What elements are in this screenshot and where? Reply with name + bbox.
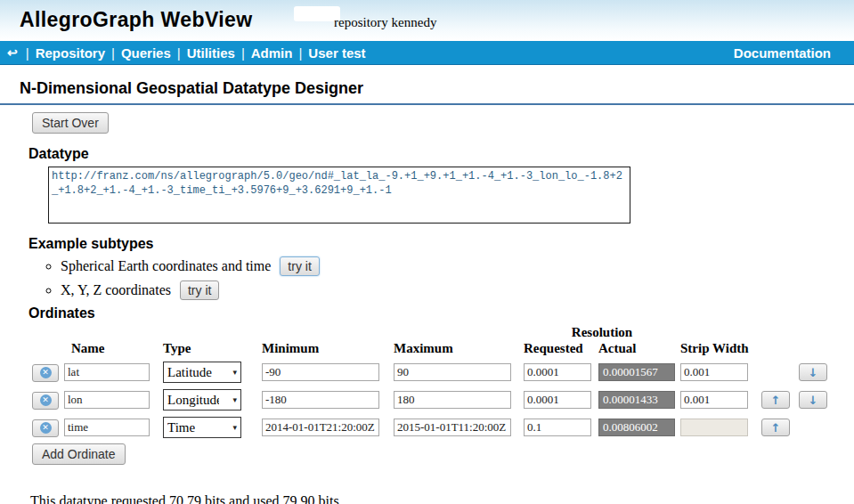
minimum-input[interactable] (262, 419, 379, 436)
nav-separator: | (177, 45, 181, 61)
example-label: X, Y, Z coordinates (61, 282, 171, 297)
list-item: Spherical Earth coordinates and time try… (61, 256, 854, 276)
datatype-uri-textarea[interactable]: http://franz.com/ns/allegrograph/5.0/geo… (48, 167, 630, 224)
delete-ordinate-button[interactable]: ✕ (32, 392, 59, 410)
maximum-input[interactable] (394, 419, 511, 436)
delete-ordinate-button[interactable]: ✕ (32, 419, 59, 437)
strip-width-input[interactable] (680, 391, 748, 409)
nav-item-admin[interactable]: Admin (251, 45, 293, 61)
example-subtypes-list: Spherical Earth coordinates and time try… (0, 256, 854, 300)
nav-separator: | (111, 45, 115, 61)
delete-icon: ✕ (40, 367, 52, 378)
requested-resolution-input[interactable] (524, 391, 591, 409)
type-select-value: Latitude (167, 365, 212, 380)
requested-resolution-input[interactable] (524, 419, 591, 436)
back-icon[interactable]: ↩ (7, 45, 18, 60)
nav-separator: | (26, 45, 29, 61)
repository-label: repository kennedy (334, 15, 436, 30)
name-input[interactable] (64, 363, 150, 381)
type-select[interactable]: Latitude▾ (163, 362, 241, 383)
nav-item-repository[interactable]: Repository (36, 45, 105, 61)
nav-item-utilities[interactable]: Utilities (187, 45, 235, 61)
column-header-resolution: Resolution (524, 325, 680, 341)
column-header-strip-width: Strip Width (680, 341, 761, 359)
ordinates-table: Resolution Name Type Minimum Maximum Req… (32, 325, 831, 442)
table-row: Resolution (32, 325, 831, 341)
nav-separator: | (241, 45, 245, 61)
arrow-up-icon: ↑ (771, 394, 781, 407)
try-it-button-xyz[interactable]: try it (180, 280, 219, 300)
delete-icon: ✕ (40, 422, 52, 434)
list-item: X, Y, Z coordinates try it (61, 280, 854, 300)
chevron-down-icon: ▾ (232, 368, 237, 377)
example-subtypes-heading: Example subtypes (28, 236, 854, 252)
page-title: N-Dimensional Geospatial Datatype Design… (20, 79, 854, 98)
chevron-down-icon: ▾ (232, 423, 237, 432)
ordinate-row-time: ✕ Time▾ 0.00806002 ↑ (32, 414, 831, 442)
strip-width-input-disabled (680, 419, 748, 436)
type-select[interactable]: Longitude▾ (163, 389, 241, 411)
app-header: AllegroGraph WebView repository kennedy (0, 0, 854, 41)
main-nav: ↩ | Repository | Queries | Utilities | A… (0, 41, 854, 65)
column-header-type: Type (163, 341, 262, 359)
column-header-actual: Actual (598, 341, 680, 359)
ordinate-row-lon: ✕ Longitude▾ 0.00001433 ↑ ↓ (32, 386, 831, 414)
column-header-minimum: Minimum (262, 341, 394, 359)
ordinates-heading: Ordinates (28, 305, 854, 321)
arrow-down-icon: ↓ (809, 394, 818, 407)
maximum-input[interactable] (394, 391, 511, 409)
column-header-maximum: Maximum (394, 341, 524, 359)
type-select[interactable]: Time▾ (163, 417, 241, 438)
name-input[interactable] (64, 391, 150, 409)
table-row: Name Type Minimum Maximum Requested Actu… (32, 341, 831, 359)
try-it-button-spherical[interactable]: try it (280, 256, 319, 276)
delete-icon: ✕ (40, 394, 52, 406)
start-over-button[interactable]: Start Over (32, 112, 109, 134)
minimum-input[interactable] (262, 391, 379, 409)
name-input[interactable] (64, 419, 150, 436)
actual-resolution-value: 0.00806002 (598, 419, 675, 436)
nav-item-documentation[interactable]: Documentation (734, 45, 831, 61)
datatype-heading: Datatype (28, 146, 854, 162)
arrow-down-icon: ↓ (809, 366, 818, 379)
nav-separator: | (298, 45, 302, 61)
ordinate-row-lat: ✕ Latitude▾ 0.00001567 ↓ (32, 359, 831, 386)
maximum-input[interactable] (394, 363, 511, 381)
column-header-name: Name (64, 341, 163, 359)
delete-ordinate-button[interactable]: ✕ (32, 364, 59, 382)
move-up-button[interactable]: ↑ (761, 391, 790, 409)
chevron-down-icon: ▾ (232, 395, 237, 404)
move-down-button[interactable]: ↓ (799, 363, 827, 381)
requested-resolution-input[interactable] (524, 363, 591, 381)
arrow-up-icon: ↑ (771, 421, 781, 435)
strip-width-input[interactable] (680, 363, 748, 381)
example-label: Spherical Earth coordinates and time (61, 258, 271, 273)
minimum-input[interactable] (262, 363, 379, 381)
move-down-button[interactable]: ↓ (799, 391, 827, 409)
column-header-requested: Requested (524, 341, 598, 359)
move-up-button[interactable]: ↑ (761, 419, 790, 436)
type-select-value: Longitude (167, 393, 219, 408)
title-rule: N-Dimensional Geospatial Datatype Design… (0, 65, 854, 105)
nav-item-queries[interactable]: Queries (121, 45, 171, 61)
type-select-value: Time (167, 420, 195, 435)
actual-resolution-value: 0.00001567 (598, 363, 675, 381)
add-ordinate-button[interactable]: Add Ordinate (32, 443, 126, 465)
app-title: AllegroGraph WebView (20, 8, 252, 32)
bits-summary: This datatype requested 70.79 bits and u… (30, 493, 854, 504)
nav-item-user-test[interactable]: User test (308, 45, 365, 61)
actual-resolution-value: 0.00001433 (598, 391, 675, 409)
